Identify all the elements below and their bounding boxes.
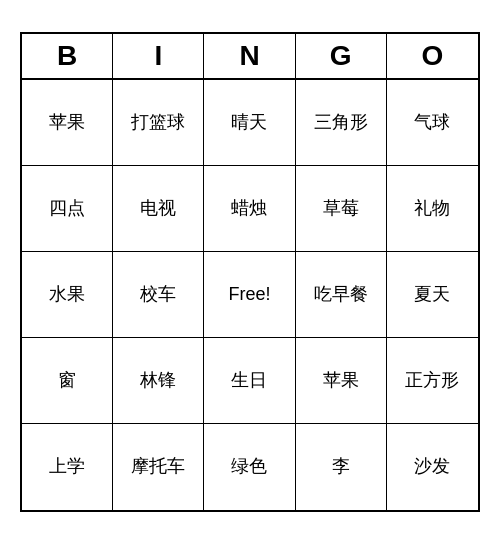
bingo-cell: 李 [296, 424, 387, 510]
bingo-cell: 窗 [22, 338, 113, 424]
bingo-cell: 三角形 [296, 80, 387, 166]
bingo-cell: 夏天 [387, 252, 478, 338]
bingo-cell: 沙发 [387, 424, 478, 510]
bingo-cell: 正方形 [387, 338, 478, 424]
bingo-cell: 苹果 [22, 80, 113, 166]
bingo-cell: 摩托车 [113, 424, 204, 510]
bingo-cell: 生日 [204, 338, 295, 424]
bingo-cell: 草莓 [296, 166, 387, 252]
header-letter: I [113, 34, 204, 78]
header-letter: O [387, 34, 478, 78]
bingo-cell: 晴天 [204, 80, 295, 166]
bingo-cell: 上学 [22, 424, 113, 510]
bingo-cell: 林锋 [113, 338, 204, 424]
header-letter: G [296, 34, 387, 78]
bingo-cell: 气球 [387, 80, 478, 166]
bingo-cell: 四点 [22, 166, 113, 252]
bingo-cell: 蜡烛 [204, 166, 295, 252]
bingo-cell: 绿色 [204, 424, 295, 510]
bingo-cell: 电视 [113, 166, 204, 252]
bingo-cell: 苹果 [296, 338, 387, 424]
bingo-cell: Free! [204, 252, 295, 338]
bingo-header: BINGO [22, 34, 478, 80]
bingo-cell: 吃早餐 [296, 252, 387, 338]
bingo-cell: 水果 [22, 252, 113, 338]
bingo-cell: 打篮球 [113, 80, 204, 166]
bingo-cell: 礼物 [387, 166, 478, 252]
header-letter: N [204, 34, 295, 78]
bingo-card: BINGO 苹果打篮球晴天三角形气球四点电视蜡烛草莓礼物水果校车Free!吃早餐… [20, 32, 480, 512]
bingo-grid: 苹果打篮球晴天三角形气球四点电视蜡烛草莓礼物水果校车Free!吃早餐夏天窗林锋生… [22, 80, 478, 510]
bingo-cell: 校车 [113, 252, 204, 338]
header-letter: B [22, 34, 113, 78]
